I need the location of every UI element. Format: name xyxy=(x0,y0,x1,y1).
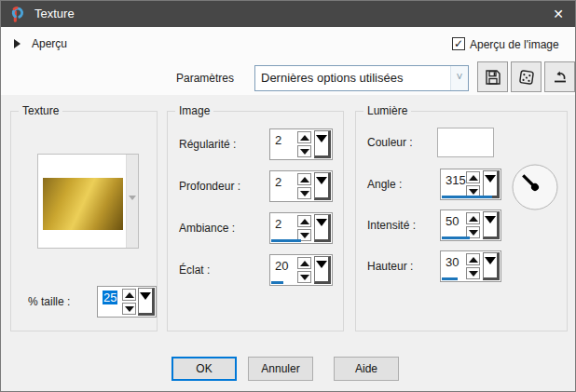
presets-selected-value: Dernières options utilisées xyxy=(261,66,403,90)
regularite-spin-control[interactable]: 2 xyxy=(269,128,333,160)
light-group-label: Lumière xyxy=(363,104,411,117)
floppy-disk-icon xyxy=(484,68,502,87)
slider-dropdown-button[interactable] xyxy=(483,170,500,198)
reset-arrow-icon xyxy=(551,68,569,87)
texture-swatch-gold[interactable] xyxy=(43,178,123,230)
spin-up-button[interactable] xyxy=(466,212,480,224)
title-bar: Texture ✕ xyxy=(1,1,575,27)
profondeur-value: 2 xyxy=(275,175,281,189)
size-spin-control[interactable]: 25 xyxy=(97,286,157,318)
arrow-down-icon xyxy=(485,257,496,264)
arrow-down-icon xyxy=(316,135,327,142)
arrow-up-icon xyxy=(469,175,478,181)
value-meter xyxy=(442,237,470,239)
texture-picker[interactable] xyxy=(37,154,139,249)
intensite-value: 50 xyxy=(446,214,459,228)
ok-button[interactable]: OK xyxy=(171,357,237,381)
slider-dropdown-button[interactable] xyxy=(138,288,155,316)
arrow-down-icon xyxy=(300,275,309,280)
preview-panel: Aperçu ✓ Aperçu de l'image Paramètres De… xyxy=(1,27,575,95)
couleur-label: Couleur : xyxy=(367,128,413,157)
ambiance-spin-control[interactable]: 2 xyxy=(269,212,333,244)
preview-image-checkbox-label[interactable]: Aperçu de l'image xyxy=(470,38,559,51)
help-button[interactable]: Aide xyxy=(334,357,399,381)
eclat-value: 20 xyxy=(275,259,288,273)
slider-dropdown-button[interactable] xyxy=(483,211,500,239)
size-label: % taille : xyxy=(28,286,70,318)
light-group: Lumière Couleur : Angle : 315 Intensité … xyxy=(355,111,568,331)
ambiance-value: 2 xyxy=(275,217,281,231)
randomize-button[interactable] xyxy=(511,61,542,92)
light-color-swatch[interactable] xyxy=(437,128,494,157)
window-title: Texture xyxy=(34,1,75,27)
eclat-label: Éclat : xyxy=(179,254,210,286)
regularite-label: Régularité : xyxy=(179,128,236,160)
value-meter xyxy=(442,277,458,280)
close-icon: ✕ xyxy=(553,7,564,21)
slider-dropdown-button[interactable] xyxy=(314,130,331,158)
arrow-up-icon xyxy=(300,261,309,266)
arrow-down-icon xyxy=(316,177,327,184)
spin-up-button[interactable] xyxy=(297,131,311,143)
spin-down-button[interactable] xyxy=(466,267,480,279)
spin-up-button[interactable] xyxy=(297,173,311,185)
angle-dial[interactable] xyxy=(511,163,559,211)
spin-down-button[interactable] xyxy=(297,145,311,157)
texture-group-label: Texture xyxy=(19,104,62,117)
save-preset-button[interactable] xyxy=(477,61,508,92)
slider-dropdown-button[interactable] xyxy=(483,252,500,280)
slider-dropdown-button[interactable] xyxy=(314,172,331,200)
intensite-label: Intensité : xyxy=(367,210,416,241)
spin-up-button[interactable] xyxy=(466,253,480,265)
reset-to-default-button[interactable] xyxy=(544,61,575,92)
close-button[interactable]: ✕ xyxy=(542,1,575,27)
spin-up-button[interactable] xyxy=(297,215,311,227)
angle-label: Angle : xyxy=(367,169,402,200)
image-group-label: Image xyxy=(175,104,213,117)
texture-group: Texture % taille : 25 xyxy=(10,111,158,331)
profondeur-spin-control[interactable]: 2 xyxy=(269,170,333,202)
angle-spin-control[interactable]: 315 xyxy=(440,169,501,200)
arrow-down-icon xyxy=(125,306,134,312)
arrow-down-icon xyxy=(469,271,478,277)
profondeur-label: Profondeur : xyxy=(179,170,240,202)
cancel-button[interactable]: Annuler xyxy=(248,357,313,381)
texture-dialog: Texture ✕ Aperçu ✓ Aperçu de l'image Par… xyxy=(0,0,576,392)
spin-down-button[interactable] xyxy=(122,303,136,315)
preview-image-checkbox[interactable]: ✓ xyxy=(452,37,465,50)
value-meter xyxy=(442,196,492,198)
hauteur-value: 30 xyxy=(446,255,459,269)
spin-up-button[interactable] xyxy=(297,257,311,269)
arrow-down-icon xyxy=(300,233,309,238)
arrow-down-icon xyxy=(300,149,309,155)
arrow-down-icon xyxy=(140,292,151,300)
angle-value: 315 xyxy=(446,173,466,187)
arrow-down-icon xyxy=(469,230,478,236)
preview-expander[interactable]: Aperçu xyxy=(32,37,67,50)
arrow-up-icon xyxy=(125,292,134,298)
spin-down-button[interactable] xyxy=(297,271,311,283)
arrow-up-icon xyxy=(469,216,478,222)
chevron-down-icon[interactable]: ˅ xyxy=(450,66,468,90)
dice-icon xyxy=(517,68,536,87)
regularite-value: 2 xyxy=(275,133,281,147)
expander-arrow-icon[interactable] xyxy=(14,39,21,48)
spin-up-button[interactable] xyxy=(466,171,480,183)
slider-dropdown-button[interactable] xyxy=(314,214,331,242)
hauteur-spin-control[interactable]: 30 xyxy=(440,250,501,282)
slider-dropdown-button[interactable] xyxy=(314,256,331,284)
intensite-spin-control[interactable]: 50 xyxy=(440,210,501,241)
arrow-up-icon xyxy=(300,135,309,141)
texture-picker-scrollstrip[interactable] xyxy=(126,155,138,248)
spin-down-button[interactable] xyxy=(297,187,311,199)
hauteur-label: Hauteur : xyxy=(367,250,413,282)
eclat-spin-control[interactable]: 20 xyxy=(269,254,333,286)
arrow-down-icon xyxy=(300,191,309,196)
arrow-up-icon xyxy=(300,219,309,224)
arrow-down-icon xyxy=(316,261,327,268)
image-group: Image Régularité : 2 Profondeur : 2 Ambi… xyxy=(167,111,344,331)
size-value: 25 xyxy=(103,291,117,304)
spin-up-button[interactable] xyxy=(122,289,136,301)
presets-dropdown[interactable]: Dernières options utilisées ˅ xyxy=(254,65,469,91)
arrow-down-icon xyxy=(469,189,478,195)
